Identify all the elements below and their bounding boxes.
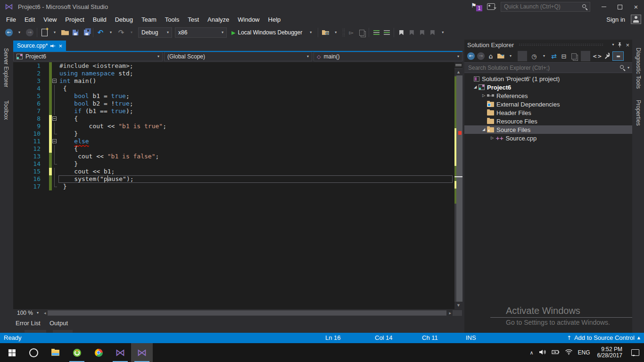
collapse-box-icon[interactable] [52, 139, 57, 143]
menu-item-project[interactable]: Project [61, 14, 88, 25]
line-number[interactable]: 13 [13, 153, 41, 160]
outlining-margin[interactable] [52, 138, 58, 145]
tab-source-cpp[interactable]: Source.cpp* × [13, 41, 66, 51]
code-text[interactable]: system("pause"); [58, 175, 453, 183]
code-line-17[interactable]: 17 } [13, 183, 453, 190]
scroll-right-icon[interactable]: ▸ [449, 311, 451, 315]
menu-item-tools[interactable]: Tools [161, 14, 183, 25]
new-project-icon[interactable] [39, 26, 50, 39]
forward-icon[interactable]: → [476, 51, 486, 61]
expander-icon[interactable]: ◢ [480, 128, 487, 132]
member-dropdown[interactable]: ◇ main() ▾ [314, 52, 462, 61]
toggle-bookmark-icon[interactable] [396, 26, 406, 39]
code-line-13[interactable]: 13 cout << "b1 is false"; [13, 153, 453, 160]
code-text[interactable]: int main() [58, 77, 453, 85]
start-debugging-button[interactable]: ▶Local Windows Debugger [228, 26, 305, 39]
code-line-3[interactable]: 3int main() [13, 77, 453, 85]
scroll-up-icon[interactable]: ▲ [454, 69, 462, 75]
menu-item-window[interactable]: Window [233, 14, 264, 25]
properties-wrench-icon[interactable] [603, 51, 612, 61]
notifications-flag-button[interactable]: ⚑ 1 [471, 2, 482, 11]
line-number[interactable]: 5 [13, 92, 41, 100]
code-text[interactable]: bool b2 = !true; [58, 100, 453, 107]
collapse-box-icon[interactable] [52, 79, 57, 83]
code-line-1[interactable]: 1#include <iostream>; [13, 62, 453, 70]
line-number[interactable]: 17 [13, 183, 41, 190]
code-line-10[interactable]: 10 } [13, 130, 453, 138]
pending-changes-caret[interactable]: ▾ [539, 51, 549, 61]
tree-item-source-cpp[interactable]: ▷Source.cpp [464, 134, 632, 142]
code-text[interactable]: #include <iostream>; [58, 62, 453, 70]
language-indicator[interactable]: ENG [578, 349, 590, 356]
code-line-4[interactable]: 4 { [13, 85, 453, 92]
save-icon[interactable] [70, 26, 81, 39]
menu-item-team[interactable]: Team [137, 14, 161, 25]
user-avatar-icon[interactable] [631, 15, 641, 24]
line-number[interactable]: 14 [13, 160, 41, 168]
expander-icon[interactable]: ▷ [480, 94, 487, 98]
line-number[interactable]: 16 [13, 175, 41, 183]
menu-item-build[interactable]: Build [89, 14, 111, 25]
quick-launch-input[interactable] [501, 3, 582, 10]
navigate-backward-caret[interactable]: ▾ [14, 26, 25, 39]
close-tab-icon[interactable]: × [58, 42, 62, 49]
tree-item-project6[interactable]: ◢Project6 [464, 83, 632, 91]
collapse-all-icon[interactable]: ⊟ [559, 51, 569, 61]
expander-icon[interactable]: ▷ [489, 136, 495, 140]
code-text[interactable]: } [58, 160, 453, 168]
code-text[interactable]: bool b1 = true; [58, 92, 453, 100]
view-code-icon[interactable]: <> [593, 51, 602, 61]
redo-icon[interactable]: ↷ [116, 26, 126, 39]
cortana-button[interactable] [23, 343, 44, 362]
code-text[interactable]: else [58, 138, 453, 145]
line-number[interactable]: 3 [13, 77, 41, 85]
code-line-7[interactable]: 7 if (b1 == true); [13, 107, 453, 115]
code-line-9[interactable]: 9 cout << "b1 is true"; [13, 123, 453, 130]
window-position-icon[interactable]: ▾ [612, 43, 614, 47]
pending-changes-filter-icon[interactable]: ◷ [529, 51, 539, 61]
vertical-scrollbar[interactable]: ▲ ▼ [454, 62, 462, 309]
line-number[interactable]: 4 [13, 85, 41, 92]
pin-icon[interactable] [618, 42, 622, 48]
switch-views-icon[interactable] [496, 51, 505, 61]
code-text[interactable]: cout << "b1 is false"; [58, 153, 453, 160]
tab-diagnostic-tools[interactable]: Diagnostic Tools [632, 42, 644, 94]
restore-button[interactable] [612, 0, 628, 13]
code-line-15[interactable]: 15 cout << b1; [13, 168, 453, 175]
code-line-14[interactable]: 14 } [13, 160, 453, 168]
menu-item-file[interactable]: File [2, 14, 20, 25]
line-number[interactable]: 10 [13, 130, 41, 138]
menu-item-analyze[interactable]: Analyze [203, 14, 233, 25]
code-text[interactable]: } [58, 130, 453, 138]
save-all-icon[interactable] [81, 26, 91, 39]
menu-item-edit[interactable]: Edit [20, 14, 39, 25]
outlining-margin[interactable] [52, 77, 58, 85]
line-number[interactable]: 9 [13, 123, 41, 130]
wifi-icon[interactable] [565, 349, 573, 356]
tab-toolbox[interactable]: Toolbox [0, 96, 12, 124]
redo-caret[interactable]: ▾ [126, 26, 137, 39]
tree-item-resource-files[interactable]: Resource Files [464, 117, 632, 125]
code-text[interactable]: { [58, 115, 453, 123]
volume-icon[interactable] [539, 349, 546, 357]
scope-dropdown[interactable]: (Global Scope) ▾ [164, 52, 312, 61]
scroll-left-icon[interactable]: ◂ [44, 311, 46, 315]
tree-item-solution-project6-1-project[interactable]: Solution 'Project6' (1 project) [464, 74, 632, 83]
solution-platforms-select[interactable]: x86▾ [175, 27, 227, 38]
line-number[interactable]: 2 [13, 70, 41, 77]
open-file-icon[interactable] [60, 26, 70, 39]
code-text[interactable]: if (b1 == true); [58, 107, 453, 115]
find-in-files-caret[interactable]: ▾ [330, 26, 341, 39]
new-project-caret[interactable]: ▾ [50, 26, 60, 39]
code-text[interactable]: cout << b1; [58, 168, 453, 175]
code-text[interactable]: } [58, 183, 453, 190]
close-icon[interactable]: × [626, 41, 629, 49]
battery-icon[interactable] [552, 349, 560, 356]
preview-selected-items-icon[interactable]: ▬ [612, 51, 624, 61]
navigate-backward-icon[interactable]: ← [4, 26, 14, 39]
navigate-forward-icon[interactable]: → [25, 26, 35, 39]
code-line-11[interactable]: 11 else [13, 138, 453, 145]
comment-lines-icon[interactable] [371, 26, 381, 39]
uncomment-lines-icon[interactable] [381, 26, 392, 39]
minimize-button[interactable] [596, 0, 612, 13]
